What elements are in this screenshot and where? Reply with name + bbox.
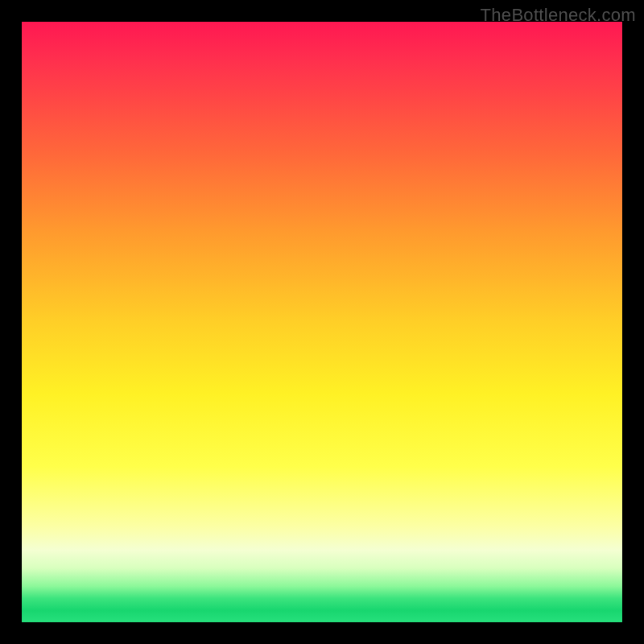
heat-gradient [22, 22, 622, 622]
watermark-text: TheBottleneck.com [481, 5, 636, 26]
chart-frame: TheBottleneck.com [0, 0, 644, 644]
plot-area [22, 22, 622, 622]
